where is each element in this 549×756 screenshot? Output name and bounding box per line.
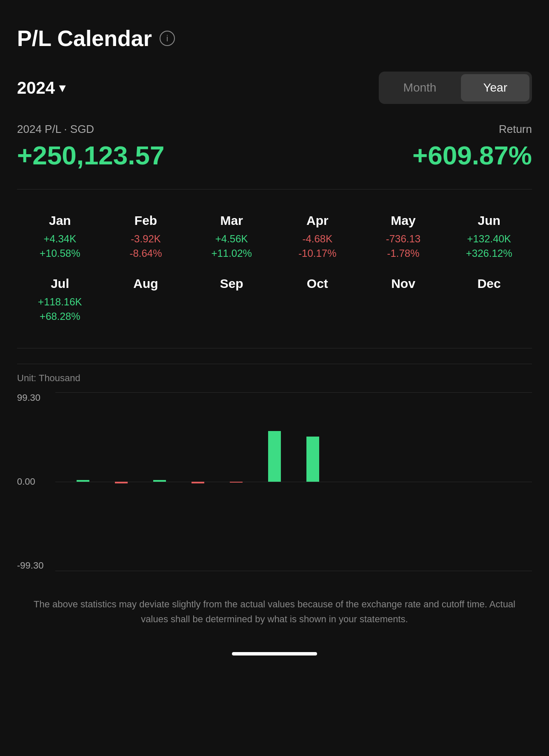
month-name: Jun (450, 213, 528, 228)
bar-positive (77, 480, 89, 482)
bar-wrapper (104, 392, 138, 571)
bar-positive (268, 431, 281, 482)
month-pct: -10.17% (279, 247, 356, 259)
month-pct: -8.64% (107, 247, 185, 259)
chart-unit-label: Unit: Thousand (17, 373, 532, 384)
bar-negative (230, 482, 243, 483)
bar-wrapper (449, 392, 483, 571)
chart-divider (17, 348, 532, 348)
month-pl: +4.56K (193, 233, 270, 245)
months-grid: Jan+4.34K+10.58%Feb-3.92K-8.64%Mar+4.56K… (17, 205, 532, 331)
month-cell[interactable]: Jun+132.40K+326.12% (446, 205, 532, 268)
chart-area (55, 392, 532, 571)
month-pl: +132.40K (450, 233, 528, 245)
year-toggle-button[interactable]: Year (461, 74, 529, 101)
month-cell[interactable]: Jan+4.34K+10.58% (17, 205, 103, 268)
month-pl: -4.68K (279, 233, 356, 245)
bar-wrapper (181, 392, 215, 571)
pl-values-row: +250,123.57 +609.87% (17, 140, 532, 170)
month-cell[interactable]: May-736.13-1.78% (360, 205, 446, 268)
month-cell[interactable]: Sep (189, 268, 274, 331)
month-pl: +118.16K (21, 296, 99, 308)
month-pct: +10.58% (21, 247, 99, 259)
month-cell[interactable]: Dec (446, 268, 532, 331)
pl-summary: 2024 P/L · SGD Return +250,123.57 +609.8… (17, 123, 532, 170)
return-label: Return (499, 123, 532, 136)
month-toggle-button[interactable]: Month (381, 74, 459, 101)
year-selector[interactable]: 2024 ▾ (17, 78, 65, 98)
bar-wrapper (411, 392, 445, 571)
chart-container: 99.30 0.00 -99.30 (17, 392, 532, 571)
year-dropdown-icon: ▾ (59, 81, 65, 95)
month-cell[interactable]: Nov (360, 268, 446, 331)
year-value: 2024 (17, 78, 55, 98)
pl-label: 2024 P/L · SGD (17, 123, 94, 136)
month-pct: +326.12% (450, 247, 528, 259)
month-pct: +68.28% (21, 310, 99, 322)
bar-wrapper (334, 392, 368, 571)
y-label-top: 99.30 (17, 392, 51, 403)
chart-y-labels: 99.30 0.00 -99.30 (17, 392, 51, 571)
pl-label-row: 2024 P/L · SGD Return (17, 123, 532, 136)
bar-wrapper (219, 392, 253, 571)
month-name: Aug (107, 276, 185, 291)
month-cell[interactable]: Aug (103, 268, 189, 331)
disclaimer: The above statistics may deviate slightl… (17, 597, 532, 627)
bar-wrapper (257, 392, 292, 571)
month-cell[interactable]: Mar+4.56K+11.02% (189, 205, 274, 268)
month-cell[interactable]: Apr-4.68K-10.17% (274, 205, 360, 268)
controls-row: 2024 ▾ Month Year (17, 72, 532, 104)
month-name: Apr (279, 213, 356, 228)
page-title: P/L Calendar (17, 26, 152, 51)
return-value: +609.87% (412, 140, 532, 170)
info-icon[interactable]: i (160, 31, 175, 46)
month-pl: -3.92K (107, 233, 185, 245)
summary-divider (17, 189, 532, 190)
month-name: Jul (21, 276, 99, 291)
month-name: Sep (193, 276, 270, 291)
y-label-bot: -99.30 (17, 560, 51, 571)
bar-wrapper (296, 392, 330, 571)
view-toggle-group: Month Year (379, 72, 532, 104)
bars-row (55, 392, 532, 571)
month-pct: +11.02% (193, 247, 270, 259)
month-name: Dec (450, 276, 528, 291)
month-name: Jan (21, 213, 99, 228)
month-pct: -1.78% (365, 247, 442, 259)
month-name: Feb (107, 213, 185, 228)
chart-section: Unit: Thousand 99.30 0.00 -99.30 (17, 364, 532, 571)
bar-wrapper (66, 392, 100, 571)
pl-value: +250,123.57 (17, 140, 165, 170)
month-cell[interactable]: Feb-3.92K-8.64% (103, 205, 189, 268)
page-header: P/L Calendar i (17, 26, 532, 51)
month-pl: -736.13 (365, 233, 442, 245)
month-name: May (365, 213, 442, 228)
y-label-mid: 0.00 (17, 476, 51, 487)
month-pl: +4.34K (21, 233, 99, 245)
bar-positive (153, 480, 166, 482)
bar-positive (306, 437, 319, 482)
bar-wrapper (487, 392, 521, 571)
month-cell[interactable]: Oct (274, 268, 360, 331)
month-cell[interactable]: Jul+118.16K+68.28% (17, 268, 103, 331)
bar-negative (192, 482, 204, 483)
home-indicator (232, 652, 317, 655)
bar-wrapper (372, 392, 406, 571)
bar-wrapper (143, 392, 177, 571)
month-name: Oct (279, 276, 356, 291)
bar-negative (115, 482, 128, 483)
month-name: Nov (365, 276, 442, 291)
month-name: Mar (193, 213, 270, 228)
